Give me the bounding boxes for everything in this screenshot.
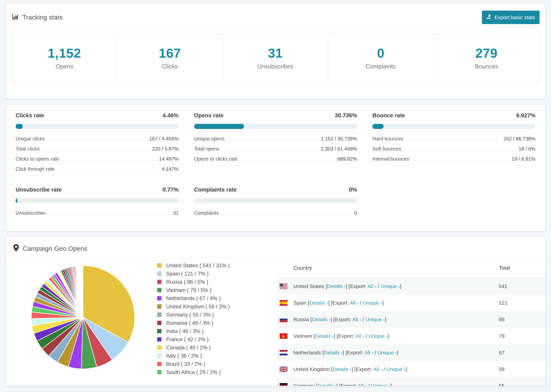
detail-row: Unique opens1,152 / 30.736% xyxy=(194,134,357,144)
rate-block: Opens rate30.736%Unique opens1,152 / 30.… xyxy=(194,112,357,174)
bracket: [ xyxy=(316,383,317,386)
legend-item: Netherlands ( 67 / 4% ) xyxy=(157,295,246,301)
rates-card: Clicks rate4.46%Unique clicks167 / 4.456… xyxy=(6,104,545,231)
detail-row: Unsubscribes31 xyxy=(15,208,179,218)
legend-item: Spain ( 121 / 7% ) xyxy=(157,271,246,277)
detail-label: Soft bounces xyxy=(372,146,401,152)
flag-nl-icon xyxy=(280,350,288,355)
export-unique-link[interactable]: Unique › xyxy=(371,383,390,386)
legend-label: Germany ( 55 / 3% ) xyxy=(166,312,214,318)
country-name: United Kingdom xyxy=(293,366,331,372)
stat-cell: 0Complaints xyxy=(328,34,434,81)
detail-value: 1,152 / 30.736% xyxy=(321,136,357,142)
stats-summary-row: 1,152Opens167Clicks31Unsubscribes0Compla… xyxy=(11,34,540,81)
country-name: Netherlands xyxy=(293,350,322,355)
legend-item: Vietnam ( 79 / 5% ) xyxy=(157,287,246,293)
total-cell: 541 xyxy=(499,283,545,289)
details-link[interactable]: Details › xyxy=(315,333,334,339)
legend-label: Canada ( 40 / 2% ) xyxy=(166,345,211,351)
detail-row: Total clicks220 / 5.87% xyxy=(15,144,179,154)
stat-label: Complaints xyxy=(366,63,396,70)
legend-swatch xyxy=(157,296,162,301)
stat-value: 279 xyxy=(475,46,498,61)
details-link[interactable]: Details › xyxy=(309,300,328,306)
flag-ru-icon xyxy=(280,317,288,322)
detail-value: 14.497% xyxy=(159,156,179,162)
legend-item: India ( 46 / 3% ) xyxy=(157,328,246,334)
legend-swatch xyxy=(157,288,162,293)
export-unique-link[interactable]: Unique › xyxy=(381,283,400,289)
export-all-link[interactable]: All › xyxy=(367,283,376,289)
legend-label: United Kingdom ( 59 / 3% ) xyxy=(166,304,230,310)
bracket: ] xyxy=(390,383,392,386)
bracket: [ xyxy=(331,366,333,372)
export-all-link[interactable]: All › xyxy=(364,350,373,355)
pie-legend: United States ( 541 / 31% )Spain ( 121 /… xyxy=(157,263,246,378)
tracking-stats-title-text: Tracking stats xyxy=(22,14,63,21)
detail-label: Opens to clicks rate xyxy=(194,156,238,162)
detail-value: 0 xyxy=(354,210,357,216)
legend-swatch xyxy=(157,353,162,358)
rate-head: Opens rate30.736% xyxy=(194,112,357,119)
legend-item: Canada ( 40 / 2% ) xyxy=(157,345,246,351)
detail-value: 4.147% xyxy=(162,166,178,172)
dotted-leader xyxy=(222,150,319,151)
legend-swatch xyxy=(157,321,162,325)
details-link[interactable]: Details › xyxy=(317,383,336,386)
rate-details: Unsubscribes31 xyxy=(15,208,179,218)
country-name: Russia xyxy=(293,317,311,322)
rate-value: 0% xyxy=(349,186,357,193)
detail-row: Opens to clicks rate689.82% xyxy=(194,154,357,164)
slash-separator: / xyxy=(367,383,371,386)
tracking-stats-title: Tracking stats xyxy=(11,13,63,22)
total-cell: 86 xyxy=(499,317,545,322)
export-all-link[interactable]: All › xyxy=(350,300,359,306)
details-link[interactable]: Details › xyxy=(333,366,352,372)
country-cell: United States [Details ›] [Export: All ›… xyxy=(293,283,499,289)
dotted-leader xyxy=(57,170,160,171)
export-unique-link[interactable]: Unique › xyxy=(386,366,406,372)
details-link[interactable]: Details › xyxy=(312,317,331,322)
detail-row: Hard bounces242 / 86.738% xyxy=(372,134,536,144)
export-unique-link[interactable]: Unique › xyxy=(369,333,388,339)
detail-value: 689.82% xyxy=(338,156,357,162)
details-link[interactable]: Details › xyxy=(327,283,346,289)
pie-svg xyxy=(30,264,136,370)
progress-bar-fill xyxy=(194,124,244,129)
legend-swatch xyxy=(157,345,162,350)
export-all-link[interactable]: All › xyxy=(373,366,382,372)
stat-value: 1,152 xyxy=(48,46,81,61)
details-link[interactable]: Details › xyxy=(324,350,343,355)
country-name: Germany xyxy=(293,383,316,386)
geo-table-row: Spain [Details ›] [Export: All › / Uniqu… xyxy=(277,294,545,311)
geo-table-row: Netherlands [Details ›] [Export: All › /… xyxy=(277,344,545,361)
flag-de-icon xyxy=(280,383,288,386)
export-unique-link[interactable]: Unique › xyxy=(377,350,397,355)
tracking-stats-card: Tracking stats Export basic stats 1,152O… xyxy=(6,3,545,99)
detail-row: Clicks to opens rate14.497% xyxy=(15,154,179,164)
export-basic-stats-button[interactable]: Export basic stats xyxy=(482,11,540,24)
export-unique-link[interactable]: Unique › xyxy=(363,300,382,306)
rate-details: Unique clicks167 / 4.456%Total clicks220… xyxy=(15,134,179,174)
bracket: ] xyxy=(406,366,407,372)
bracket: ] [Export: xyxy=(336,383,358,386)
stat-label: Bounces xyxy=(475,63,498,70)
flag-us-icon xyxy=(280,284,288,289)
legend-label: United States ( 541 / 31% ) xyxy=(166,263,230,269)
detail-label: Unique opens xyxy=(194,136,225,142)
detail-label: Complaints xyxy=(194,210,219,216)
dotted-leader xyxy=(404,150,517,151)
detail-row: Click through rate4.147% xyxy=(15,164,179,174)
rate-value: 4.46% xyxy=(162,112,179,119)
export-all-link[interactable]: All › xyxy=(355,333,364,339)
country-cell: Russia [Details ›] [Export: All › / Uniq… xyxy=(293,317,499,322)
export-all-link[interactable]: All › xyxy=(358,383,367,386)
bracket: ] xyxy=(400,283,402,289)
slash-separator: / xyxy=(364,333,369,339)
export-all-link[interactable]: All › xyxy=(352,317,361,322)
slash-separator: / xyxy=(361,317,366,322)
total-cell: 67 xyxy=(499,350,545,356)
rate-block: Clicks rate4.46%Unique clicks167 / 4.456… xyxy=(15,112,179,174)
export-unique-link[interactable]: Unique › xyxy=(366,317,385,322)
rate-title: Complaints rate xyxy=(194,186,237,193)
